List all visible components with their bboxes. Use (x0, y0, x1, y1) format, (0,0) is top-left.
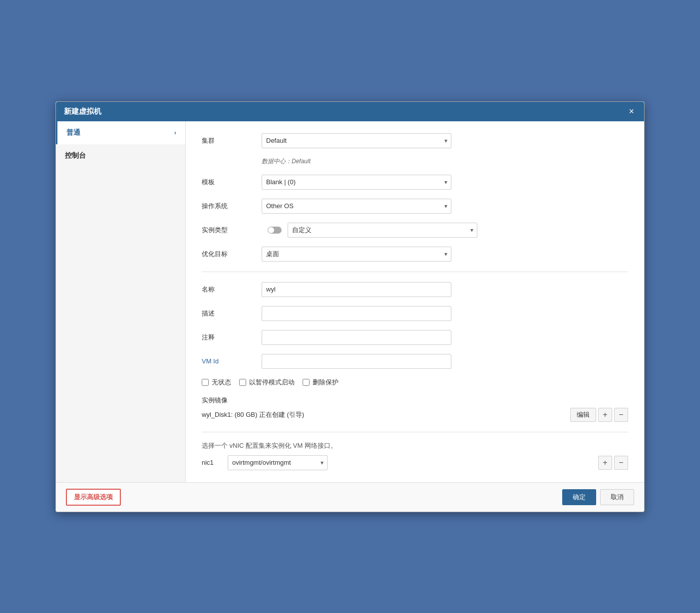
cluster-control: Default (262, 133, 628, 148)
vmid-input[interactable] (262, 354, 451, 369)
optimize-select-wrapper: 桌面 (262, 247, 451, 262)
description-row: 描述 (202, 306, 628, 321)
description-label: 描述 (202, 309, 262, 318)
close-button[interactable]: × (627, 107, 636, 116)
pause-checkbox-item[interactable]: 以暂停模式启动 (239, 378, 295, 387)
vnic-hint-text: 选择一个 vNIC 配置集来实例化 VM 网络接口。 (202, 442, 337, 449)
advanced-options-button[interactable]: 显示高级选项 (66, 489, 121, 506)
name-input[interactable] (262, 282, 451, 297)
nic-select[interactable]: ovirtmgmt/ovirtmgmt (228, 455, 328, 470)
dialog-title: 新建虚拟机 (64, 107, 101, 116)
pause-label: 以暂停模式启动 (249, 378, 295, 387)
os-select-wrapper: Other OS (262, 199, 451, 214)
stateless-label: 无状态 (212, 378, 231, 387)
nic-buttons: + − (598, 456, 628, 470)
nic-label: nic1 (202, 459, 222, 466)
name-label: 名称 (202, 285, 262, 294)
optimize-label: 优化目标 (202, 250, 262, 259)
cluster-select[interactable]: Default (262, 133, 451, 148)
instance-type-select-wrapper: 自定义 (288, 223, 477, 238)
optimize-select[interactable]: 桌面 (262, 247, 451, 262)
cluster-select-wrapper: Default (262, 133, 451, 148)
cluster-hint: 数据中心：Default (202, 157, 628, 166)
stateless-checkbox-item[interactable]: 无状态 (202, 378, 231, 387)
comment-row: 注释 (202, 330, 628, 345)
optimize-row: 优化目标 桌面 (202, 247, 628, 262)
dialog-body: 普通 › 控制台 集群 Default 数据中心：Defaul (56, 121, 644, 482)
delete-protect-checkbox-item[interactable]: 删除保护 (303, 378, 339, 387)
template-select[interactable]: Blank | (0) (262, 175, 451, 190)
name-control (262, 282, 628, 297)
cancel-button[interactable]: 取消 (600, 489, 634, 505)
delete-protect-label: 删除保护 (313, 378, 339, 387)
name-row: 名称 (202, 282, 628, 297)
comment-input[interactable] (262, 330, 451, 345)
template-row: 模板 Blank | (0) (202, 175, 628, 190)
dialog-footer: 显示高级选项 确定 取消 (56, 482, 644, 512)
description-input[interactable] (262, 306, 451, 321)
remove-disk-button[interactable]: − (614, 408, 628, 422)
sidebar-console-label: 控制台 (65, 151, 86, 159)
template-label: 模板 (202, 178, 262, 187)
chevron-right-icon: › (174, 129, 176, 136)
instance-image-row: wyl_Disk1: (80 GB) 正在创建 (引导) 编辑 + − (202, 408, 628, 422)
edit-button[interactable]: 编辑 (570, 408, 596, 422)
vmid-label: VM Id (202, 357, 262, 365)
description-control (262, 306, 628, 321)
section-divider-2 (202, 432, 628, 432)
instance-image-title: 实例镜像 (202, 396, 628, 405)
cluster-row: 集群 Default (202, 133, 628, 148)
delete-protect-checkbox[interactable] (303, 379, 310, 386)
vmid-row: VM Id (202, 354, 628, 369)
vnic-hint: 选择一个 vNIC 配置集来实例化 VM 网络接口。 (202, 441, 628, 450)
nic-select-wrapper: ovirtmgmt/ovirtmgmt (228, 455, 328, 470)
template-control: Blank | (0) (262, 175, 628, 190)
instance-image-info: wyl_Disk1: (80 GB) 正在创建 (引导) (202, 410, 304, 419)
instance-type-row: 实例类型 自定义 (202, 223, 628, 238)
instance-image-section: 实例镜像 wyl_Disk1: (80 GB) 正在创建 (引导) 编辑 + − (202, 396, 628, 422)
os-row: 操作系统 Other OS (202, 199, 628, 214)
instance-type-label: 实例类型 (202, 226, 262, 235)
sidebar-item-console[interactable]: 控制台 (56, 144, 185, 167)
checkbox-group: 无状态 以暂停模式启动 删除保护 (202, 378, 628, 387)
footer-right-buttons: 确定 取消 (562, 489, 634, 505)
pause-checkbox[interactable] (239, 379, 246, 386)
add-nic-button[interactable]: + (598, 456, 612, 470)
image-buttons: 编辑 + − (570, 408, 628, 422)
section-divider-1 (202, 272, 628, 272)
dialog-title-bar: 新建虚拟机 × (56, 102, 644, 121)
toggle-icon[interactable] (268, 227, 282, 234)
instance-type-control: 自定义 (262, 223, 628, 238)
comment-control (262, 330, 628, 345)
main-content: 集群 Default 数据中心：Default 模板 Blank | ( (186, 121, 644, 482)
remove-nic-button[interactable]: − (614, 456, 628, 470)
vmid-control (262, 354, 628, 369)
template-select-wrapper: Blank | (0) (262, 175, 451, 190)
os-select[interactable]: Other OS (262, 199, 451, 214)
sidebar-general-label: 普通 (66, 128, 80, 137)
comment-label: 注释 (202, 333, 262, 342)
cluster-label: 集群 (202, 136, 262, 145)
sidebar: 普通 › 控制台 (56, 121, 186, 482)
sidebar-item-general[interactable]: 普通 › (56, 121, 185, 144)
instance-type-select[interactable]: 自定义 (288, 223, 477, 238)
stateless-checkbox[interactable] (202, 379, 209, 386)
nic-row: nic1 ovirtmgmt/ovirtmgmt + − (202, 455, 628, 470)
optimize-control: 桌面 (262, 247, 628, 262)
new-vm-dialog: 新建虚拟机 × 普通 › 控制台 集群 Default (55, 101, 645, 512)
os-label: 操作系统 (202, 202, 262, 211)
confirm-button[interactable]: 确定 (562, 489, 596, 505)
os-control: Other OS (262, 199, 628, 214)
add-disk-button[interactable]: + (598, 408, 612, 422)
